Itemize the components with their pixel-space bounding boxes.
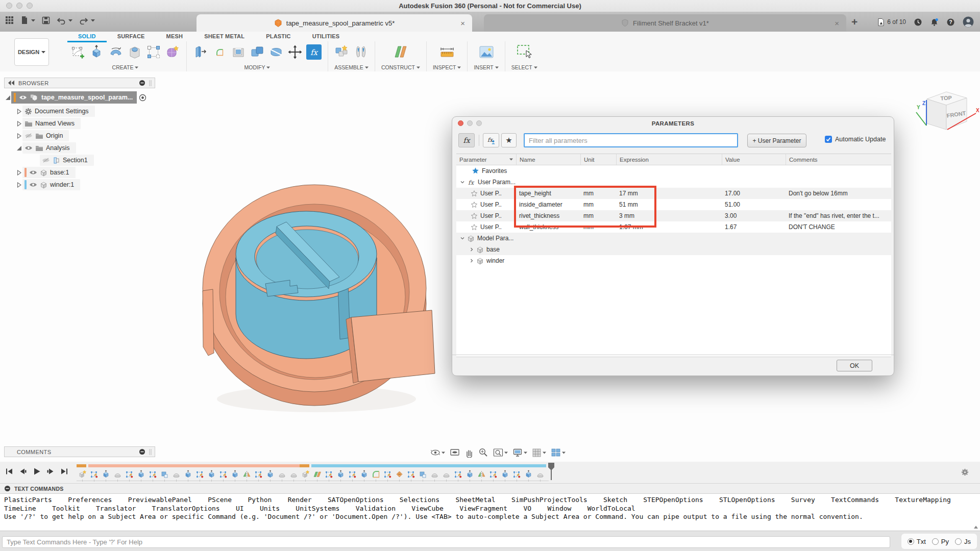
press-pull-icon[interactable] — [193, 44, 208, 60]
parameter-expression[interactable]: 1.67 mm — [616, 223, 722, 231]
parameter-row-inside_diameter[interactable]: User P..inside_diametermm51 mm51.00 — [456, 199, 891, 210]
close-tab-icon[interactable]: × — [460, 19, 465, 28]
timeline-feature-sketch[interactable] — [323, 463, 335, 482]
caret-down-small-icon[interactable] — [562, 452, 566, 454]
expander-closed-icon[interactable] — [17, 121, 21, 127]
timeline-feature-sketch[interactable] — [194, 463, 206, 482]
browser-item-origin[interactable]: Origin — [4, 130, 155, 142]
parameter-name[interactable]: inside_diameter — [516, 201, 580, 208]
split-body-icon[interactable] — [268, 44, 284, 60]
display-settings-button[interactable] — [512, 448, 527, 457]
ribbon-group-label[interactable]: SELECT — [511, 64, 532, 70]
timeline-feature-sketch[interactable] — [382, 463, 394, 482]
text-commands-output[interactable]: PlasticParts Preferences PreviewablePane… — [0, 494, 980, 530]
add-user-parameter-button[interactable]: + User Parameter — [747, 134, 806, 147]
file-icon[interactable] — [20, 16, 29, 24]
timeline-feature-dome[interactable] — [112, 463, 124, 482]
timeline-playhead[interactable] — [547, 463, 555, 483]
timeline-feature-extrude[interactable] — [523, 463, 534, 482]
timeline-feature-copy[interactable] — [417, 463, 429, 482]
move-icon[interactable] — [287, 44, 303, 60]
model-parameters-group-row[interactable]: Model Para... — [456, 233, 891, 244]
browser-item-section1[interactable]: Section1 — [4, 154, 155, 166]
ribbon-tab-surface[interactable]: SURFACE — [107, 32, 156, 42]
automatic-update-checkbox[interactable] — [825, 136, 832, 143]
pattern-icon[interactable] — [146, 44, 161, 60]
radio-icon[interactable] — [955, 538, 962, 545]
eye-icon[interactable] — [24, 145, 33, 151]
radio-icon[interactable] — [932, 538, 939, 545]
timeline-feature-dome[interactable] — [429, 463, 440, 482]
eye-icon[interactable] — [29, 182, 37, 188]
user-parameters-filter-button[interactable]: fx — [483, 133, 499, 147]
timeline-feature-sketch[interactable] — [487, 463, 499, 482]
caret-down-small-icon[interactable] — [543, 452, 546, 454]
parameter-name[interactable]: rivet_thickness — [516, 212, 580, 219]
eye-icon[interactable] — [29, 169, 37, 176]
timeline-feature-extrude[interactable] — [464, 463, 476, 482]
help-icon[interactable]: ? — [946, 18, 955, 27]
viewport[interactable]: BROWSER tape_measure_spool_param...Docum… — [0, 71, 980, 462]
construction-plane-icon[interactable] — [393, 44, 408, 60]
zoom-button[interactable] — [478, 447, 488, 458]
timeline-feature-dome[interactable] — [276, 463, 288, 482]
timeline-feature-mirror[interactable] — [241, 463, 253, 482]
column-header-name[interactable]: Name — [516, 154, 580, 165]
timeline-feature-extrude[interactable] — [499, 463, 511, 482]
ribbon-group-label[interactable]: INSERT — [474, 64, 493, 70]
caret-down-small-icon[interactable] — [509, 158, 513, 161]
step-back-button[interactable] — [19, 468, 27, 475]
filter-parameters-input[interactable] — [524, 133, 738, 147]
zoom-dialog-icon[interactable] — [476, 120, 482, 126]
dialog-titlebar[interactable]: PARAMETERS — [452, 117, 894, 130]
expander-closed-icon[interactable] — [17, 109, 21, 114]
timeline-feature-sketch[interactable] — [147, 463, 159, 482]
model-component-row-winder[interactable]: winder — [456, 255, 891, 266]
timeline-feature-plane[interactable] — [311, 463, 323, 482]
new-component-icon[interactable] — [334, 44, 350, 60]
column-header-parameter[interactable]: Parameter — [456, 154, 516, 165]
new-tab-button[interactable]: + — [851, 17, 857, 27]
minimize-window-icon[interactable] — [16, 3, 22, 9]
parameter-row-wall_thickness[interactable]: User P..wall_thicknessmm1.67 mm1.67DON'T… — [456, 221, 891, 233]
parameter-expression[interactable]: 51 mm — [616, 201, 722, 208]
parameter-row-rivet_thickness[interactable]: User P..rivet_thicknessmm3 mm3.00If the … — [456, 210, 891, 221]
shell-icon[interactable] — [231, 44, 246, 60]
app-grid-icon[interactable] — [5, 16, 14, 24]
timeline-feature-sketch[interactable] — [347, 463, 358, 482]
timeline-feature-sketch[interactable] — [124, 463, 135, 482]
parameter-expression[interactable]: 17 mm — [616, 190, 722, 197]
chevron-down-icon[interactable] — [31, 19, 35, 22]
caret-down-small-icon[interactable] — [524, 452, 527, 454]
view-cube[interactable]: TOP FRONT Z Y X — [914, 81, 980, 139]
timeline-feature-extrude[interactable] — [335, 463, 347, 482]
timeline-feature-sketch[interactable] — [511, 463, 523, 482]
change-parameters-icon[interactable]: fx — [306, 44, 322, 60]
close-tab-icon[interactable]: × — [835, 19, 839, 28]
parameter-name[interactable]: tape_height — [516, 190, 580, 197]
timeline-feature-extrude[interactable] — [182, 463, 194, 482]
tab-active-document[interactable]: tape_measure_spool_parametric v5* × — [197, 14, 472, 32]
timeline-feature-stamp[interactable] — [394, 463, 405, 482]
ribbon-group-label[interactable]: CREATE — [112, 64, 134, 70]
measure-icon[interactable] — [439, 44, 455, 60]
go-to-start-button[interactable] — [5, 468, 13, 475]
timeline-feature-sketch[interactable] — [88, 463, 100, 482]
extrude-icon[interactable] — [89, 44, 105, 60]
timeline-feature-sketch[interactable] — [253, 463, 264, 482]
grid-layout-button[interactable] — [532, 448, 546, 458]
caret-down-small-icon[interactable] — [504, 452, 508, 454]
browser-item-analysis[interactable]: Analysis — [4, 142, 155, 154]
eye-white-icon[interactable] — [19, 94, 27, 101]
avatar-icon[interactable] — [963, 16, 974, 28]
mode-radio-txt[interactable]: Txt — [908, 538, 926, 545]
chevron-collapsed-icon[interactable] — [470, 247, 474, 252]
text-commands-header[interactable]: TEXT COMMANDS — [0, 483, 980, 494]
browser-item-base-1[interactable]: base:1 — [4, 166, 155, 179]
column-header-unit[interactable]: Unit — [580, 154, 616, 165]
expander-closed-icon[interactable] — [17, 133, 21, 139]
ok-button[interactable]: OK — [837, 360, 872, 371]
minimize-panel-icon[interactable] — [139, 448, 145, 455]
select-box-icon[interactable] — [517, 44, 532, 60]
ribbon-group-label[interactable]: CONSTRUCT — [381, 64, 415, 70]
